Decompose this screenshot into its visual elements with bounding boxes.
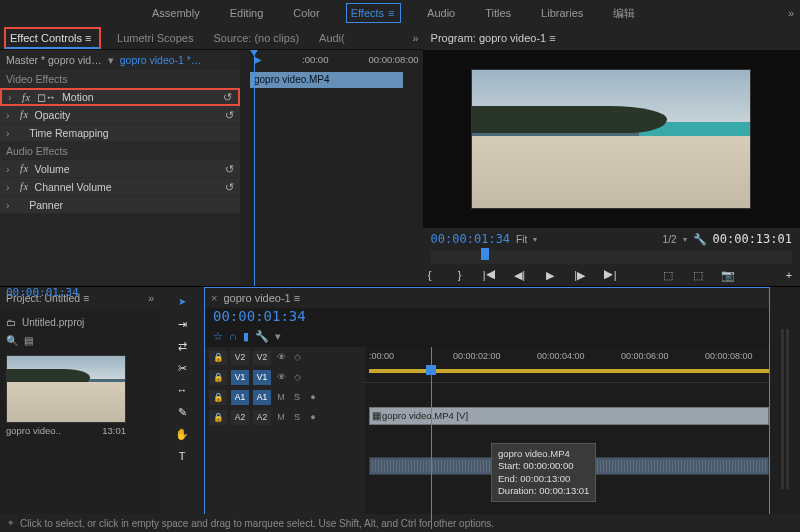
lock-icon[interactable]: 🔒 [209,350,227,365]
left-tabs-overflow[interactable]: » [412,32,418,44]
workspace-titles[interactable]: Titles [481,4,515,22]
type-tool-icon[interactable]: T [172,447,192,465]
hand-tool-icon[interactable]: ✋ [172,425,192,443]
workspace-libraries[interactable]: Libraries [537,4,587,22]
track-target-a1[interactable]: 🔒 A1 A1 M S ● [205,387,365,407]
voiceover-icon[interactable]: ● [307,392,319,402]
tab-sequence[interactable]: gopro video-1 ≡ [223,292,303,304]
toggle-output-icon[interactable]: 👁 [275,372,287,382]
pen-tool-icon[interactable]: ✎ [172,403,192,421]
effect-opacity[interactable]: › fx Opacity ↺ [0,106,240,124]
chevron-right-icon[interactable]: › [6,127,14,139]
reset-icon[interactable]: ↺ [225,109,234,121]
video-effects-header[interactable]: Video Effects [0,70,240,88]
video-clip[interactable]: ▦gopro video.MP4 [V] [369,407,769,425]
scrubber-playhead[interactable] [481,248,489,260]
lock-icon[interactable]: 🔒 [209,410,227,425]
project-file-row[interactable]: 🗀 Untitled.prproj [6,313,154,331]
workspace-color[interactable]: Color [289,4,323,22]
program-scrubber[interactable] [431,250,792,264]
clip-thumbnail[interactable] [6,355,126,423]
chevron-right-icon[interactable]: › [6,109,14,121]
mini-playhead[interactable] [254,50,255,286]
mark-in-icon[interactable]: { [423,269,437,281]
tab-program[interactable]: Program: gopro video-1 ≡ [431,32,560,44]
menu-icon[interactable]: ≡ [294,292,304,304]
export-frame-icon[interactable]: 📷 [721,269,735,282]
chevron-right-icon[interactable]: › [8,91,16,103]
track-a2-source[interactable]: A2 [231,410,249,425]
tab-lumetri-scopes[interactable]: Lumetri Scopes [113,29,197,47]
workspace-editing[interactable]: Editing [226,4,268,22]
solo-icon[interactable]: S [291,392,303,402]
resolution-select[interactable]: 1/2 [663,234,677,245]
effect-motion[interactable]: › fx ◻↔ Motion ↺ [0,88,240,106]
track-select-tool-icon[interactable]: ⇥ [172,315,192,333]
track-v1-source[interactable]: V1 [231,370,249,385]
project-overflow[interactable]: » [148,292,154,304]
mute-icon[interactable]: M [275,392,287,402]
sync-lock-icon[interactable]: ◇ [291,352,303,362]
menu-icon[interactable]: ≡ [83,292,93,304]
effect-mini-timeline[interactable]: ▶ :00:00 00:00:08:00 gopro video.MP4 [240,50,423,286]
toggle-output-icon[interactable]: 👁 [275,352,287,362]
selection-tool-icon[interactable]: ➤ [172,293,192,311]
step-forward-icon[interactable]: |▶ [573,269,587,282]
track-v1-target[interactable]: V1 [253,370,271,385]
zoom-fit[interactable]: Fit [516,234,527,245]
track-a2-target[interactable]: A2 [253,410,271,425]
track-target-a2[interactable]: 🔒 A2 A2 M S ● [205,407,365,427]
settings-icon[interactable]: 🔧 [693,233,707,246]
effect-panner[interactable]: › Panner [0,196,240,214]
source-timecode[interactable]: 00:00:01:34 [6,286,79,299]
chevron-down-icon[interactable]: ▾ [533,235,537,244]
reset-icon[interactable]: ↺ [225,181,234,193]
tab-effect-controls[interactable]: Effect Controls ≡ [4,27,101,49]
track-target-v2[interactable]: 🔒 V2 V2 👁 ◇ [205,347,365,367]
tab-audio-clip[interactable]: Audi( [315,29,349,47]
clip-label[interactable]: gopro video-1 *… [120,54,202,66]
step-back-icon[interactable]: ◀| [513,269,527,282]
track-a1-source[interactable]: A1 [231,390,249,405]
slip-tool-icon[interactable]: ↔ [172,381,192,399]
menu-icon[interactable]: ≡ [549,32,559,44]
chevron-down-icon[interactable]: ▾ [683,235,687,244]
chevron-right-icon[interactable]: › [6,181,14,193]
filter-icon[interactable]: ▤ [24,335,33,346]
ripple-edit-tool-icon[interactable]: ⇄ [172,337,192,355]
menu-icon[interactable]: ≡ [85,32,95,44]
go-to-in-icon[interactable]: |⯇ [483,269,497,281]
track-a1-target[interactable]: A1 [253,390,271,405]
effect-time-remapping[interactable]: › Time Remapping [0,124,240,142]
audio-effects-header[interactable]: Audio Effects [0,142,240,160]
chevron-right-icon[interactable]: › [6,199,14,211]
settings-icon[interactable]: 🔧 [255,330,269,343]
extract-icon[interactable]: ⬚ [691,269,705,282]
tab-source[interactable]: Source: (no clips) [209,29,303,47]
button-editor-icon[interactable]: + [782,269,796,281]
chevron-down-icon[interactable]: ▾ [108,54,114,66]
linked-selection-icon[interactable]: ∩ [229,330,237,343]
timeline-tracks[interactable]: :00:00 00:00:02:00 00:00:04:00 00:00:06:… [365,347,769,529]
voiceover-icon[interactable]: ● [307,412,319,422]
effect-channel-volume[interactable]: › fx Channel Volume ↺ [0,178,240,196]
lift-icon[interactable]: ⬚ [661,269,675,282]
track-v2-source[interactable]: V2 [231,350,249,365]
mute-icon[interactable]: M [275,412,287,422]
timeline-timecode[interactable]: 00:00:01:34 [205,308,769,330]
timeline-close-icon[interactable]: × [211,292,217,304]
reset-icon[interactable]: ↺ [223,91,232,103]
chevron-right-icon[interactable]: › [6,163,14,175]
timeline-playhead[interactable] [431,347,432,529]
workspace-overflow[interactable]: » [788,7,794,19]
lock-icon[interactable]: 🔒 [209,370,227,385]
track-target-v1[interactable]: 🔒 V1 V1 👁 ◇ [205,367,365,387]
program-monitor[interactable] [423,50,800,228]
marker-icon[interactable]: ▮ [243,330,249,343]
search-icon[interactable]: 🔍 [6,335,18,346]
solo-icon[interactable]: S [291,412,303,422]
lock-icon[interactable]: 🔒 [209,390,227,405]
sync-lock-icon[interactable]: ◇ [291,372,303,382]
workspace-assembly[interactable]: Assembly [148,4,204,22]
chevron-down-icon[interactable]: ▾ [275,330,281,343]
